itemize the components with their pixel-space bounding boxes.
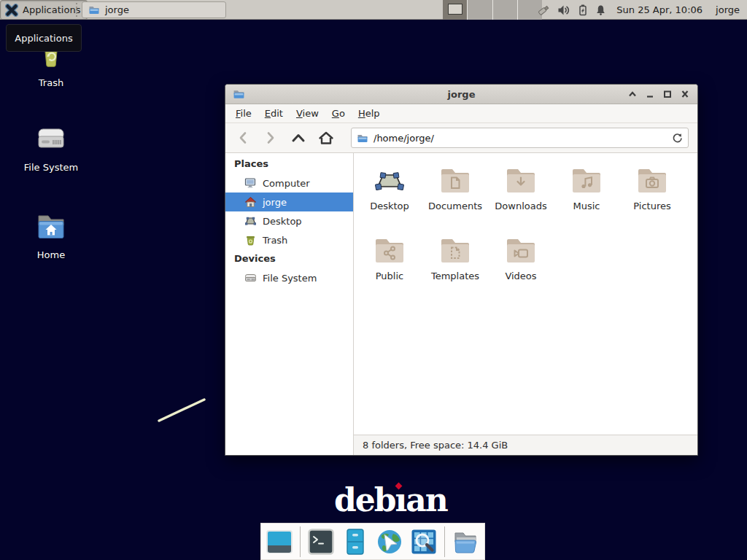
- folder-item-music[interactable]: Music: [554, 163, 619, 233]
- applications-menu-label: Applications: [23, 4, 80, 15]
- workspace-2[interactable]: [468, 0, 492, 20]
- folder-item-public[interactable]: Public: [357, 233, 422, 303]
- show-desktop-button[interactable]: [266, 527, 293, 556]
- downloads-folder-icon: [503, 163, 538, 198]
- music-folder-icon: [569, 163, 604, 198]
- web-browser-launcher[interactable]: [376, 527, 403, 556]
- bottom-dock: [260, 523, 485, 560]
- menu-go[interactable]: Go: [325, 105, 352, 122]
- folder-label: Desktop: [370, 201, 409, 211]
- clock[interactable]: Sun 25 Apr, 10:06: [616, 4, 703, 15]
- sidebar-item-file-system[interactable]: File System: [225, 268, 353, 287]
- username-label: jorge: [716, 4, 740, 15]
- folder-item-downloads[interactable]: Downloads: [488, 163, 554, 233]
- pictures-folder-icon: [635, 163, 670, 198]
- sidebar-item-label: Desktop: [263, 216, 302, 227]
- sidebar-item-trash[interactable]: Trash: [225, 230, 353, 249]
- desktop-icon: [244, 215, 257, 227]
- folder-view: Desktop: [354, 153, 697, 435]
- path-input[interactable]: /home/jorge/: [374, 133, 667, 144]
- menu-edit[interactable]: Edit: [258, 105, 290, 122]
- app-finder-launcher[interactable]: [410, 527, 438, 556]
- volume-icon[interactable]: [557, 4, 570, 16]
- applications-menu-button[interactable]: Applications: [0, 0, 88, 20]
- sidebar-item-desktop[interactable]: Desktop: [225, 211, 353, 230]
- desktop-icon-label: File System: [24, 162, 78, 173]
- templates-folder-icon: [438, 233, 473, 268]
- sidebar-item-label: jorge: [263, 197, 287, 208]
- applications-tooltip: Applications: [6, 24, 82, 52]
- folder-item-templates[interactable]: Templates: [422, 233, 488, 303]
- workspace-3[interactable]: [493, 0, 518, 20]
- sidebar-item-jorge[interactable]: jorge: [225, 192, 353, 211]
- desktop-icon-home[interactable]: Home: [18, 210, 84, 260]
- notifications-bell-icon[interactable]: [595, 4, 606, 16]
- folder-item-desktop[interactable]: Desktop: [357, 163, 422, 233]
- documents-folder-icon: [438, 163, 473, 198]
- path-bar[interactable]: /home/jorge/: [351, 128, 689, 148]
- status-bar: 8 folders, Free space: 14.4 GiB: [354, 435, 697, 455]
- computer-icon: [244, 177, 257, 189]
- debian-logo-text: deb: [334, 481, 395, 518]
- public-folder-icon: [372, 233, 407, 268]
- top-panel: Applications jorge: [0, 0, 747, 20]
- window-titlebar[interactable]: jorge: [225, 85, 697, 104]
- folder-item-pictures[interactable]: Pictures: [619, 163, 685, 233]
- sidebar-item-computer[interactable]: Computer: [225, 174, 353, 192]
- desktop-icon-label: Trash: [39, 77, 63, 88]
- hard-drive-icon: [244, 272, 257, 284]
- folder-item-documents[interactable]: Documents: [422, 163, 488, 233]
- tooltip-text: Applications: [15, 33, 72, 44]
- back-button[interactable]: [234, 129, 252, 147]
- home-button[interactable]: [317, 129, 335, 147]
- up-button[interactable]: [290, 129, 307, 147]
- desktop-special-icon: [372, 163, 407, 198]
- workspace-window-preview: [448, 4, 462, 15]
- maximize-button[interactable]: [662, 89, 673, 100]
- trash-icon: [244, 234, 257, 246]
- workspace-switcher[interactable]: [443, 0, 542, 20]
- folder-label: Music: [573, 201, 600, 211]
- folder-label: Downloads: [495, 201, 546, 211]
- sidebar-item-label: File System: [263, 273, 317, 284]
- desktop-icon-file-system[interactable]: File System: [18, 122, 84, 173]
- xfce-applications-icon: [5, 4, 18, 17]
- folder-item-videos[interactable]: Videos: [488, 233, 554, 303]
- sidebar-places-header: Places: [225, 155, 353, 174]
- taskbar-window-button[interactable]: jorge: [82, 1, 226, 18]
- file-manager-launcher[interactable]: [341, 527, 369, 556]
- taskbar-window-label: jorge: [105, 4, 129, 15]
- folder-label: Videos: [505, 271, 536, 281]
- path-folder-icon: [357, 133, 368, 144]
- menu-file[interactable]: File: [229, 105, 258, 122]
- status-text: 8 folders, Free space: 14.4 GiB: [363, 440, 508, 451]
- directory-menu-button[interactable]: [452, 527, 479, 556]
- folder-icon: [88, 4, 100, 15]
- removable-media-icon[interactable]: [536, 4, 551, 17]
- folder-label: Public: [376, 271, 403, 281]
- desktop: Applications jorge: [0, 0, 747, 560]
- minimize-button[interactable]: [644, 89, 655, 100]
- system-tray: Sun 25 Apr, 10:06 jorge: [536, 0, 747, 20]
- videos-folder-icon: [503, 233, 538, 268]
- battery-icon[interactable]: [577, 4, 589, 16]
- hard-drive-icon: [34, 122, 69, 158]
- terminal-launcher[interactable]: [307, 527, 335, 556]
- folder-label: Documents: [428, 201, 482, 211]
- sidebar-devices-header: Devices: [225, 249, 353, 268]
- toolbar: /home/jorge/: [225, 123, 697, 153]
- close-button[interactable]: [679, 89, 690, 100]
- panel-handle[interactable]: [76, 3, 79, 17]
- file-manager-window: jorge File Edit View Go Help: [225, 84, 698, 456]
- folder-label: Templates: [431, 271, 479, 281]
- workspace-1[interactable]: [443, 0, 468, 20]
- shade-button[interactable]: [627, 89, 638, 100]
- reload-icon[interactable]: [672, 133, 683, 144]
- menu-view[interactable]: View: [290, 105, 325, 122]
- sidebar-item-label: Trash: [263, 235, 287, 246]
- debian-wallpaper-logo: debıan: [334, 481, 447, 518]
- menu-bar: File Edit View Go Help: [225, 104, 697, 123]
- menu-help[interactable]: Help: [352, 105, 387, 122]
- home-folder-icon: [34, 210, 69, 245]
- forward-button[interactable]: [262, 129, 279, 147]
